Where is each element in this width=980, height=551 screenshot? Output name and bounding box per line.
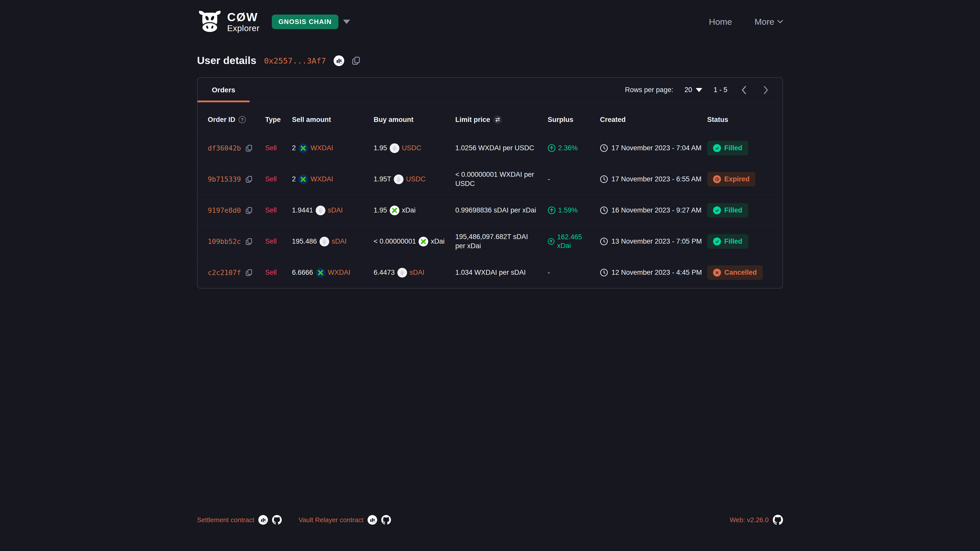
copy-icon[interactable] — [245, 176, 253, 183]
web-version-link[interactable]: Web: v2.26.0 — [730, 516, 769, 524]
sell-amount-value: 2 — [292, 175, 296, 183]
nav-more-link[interactable]: More — [755, 17, 783, 27]
brand-subtitle: Explorer — [227, 24, 259, 32]
order-type: Sell — [265, 144, 292, 152]
copy-icon[interactable] — [245, 269, 253, 276]
order-id-link[interactable]: df36042b — [208, 144, 241, 152]
status-badge: Filled — [707, 141, 748, 156]
table-row: 109bb52c Sell 195.486 sDAI < 0.00000001 … — [197, 226, 783, 257]
generic-token-icon — [320, 237, 329, 246]
cow-logo-icon — [197, 11, 223, 33]
chevron-down-icon — [777, 20, 783, 24]
github-icon[interactable] — [773, 515, 783, 525]
prev-page-icon[interactable] — [738, 84, 749, 97]
col-created: Created — [600, 116, 626, 124]
order-id-link[interactable]: 9197e8d0 — [208, 206, 241, 214]
main-nav: Home More — [709, 17, 783, 27]
status-badge: Cancelled — [707, 265, 763, 280]
sell-amount-value: 195.486 — [292, 238, 317, 245]
orders-table: Order ID ? Type Sell amount Buy amount L… — [197, 102, 783, 288]
blockscout-icon[interactable] — [368, 515, 377, 525]
top-navigation-bar: CØW Explorer GNOSIS CHAIN Home More — [0, 0, 980, 43]
blockscout-icon[interactable] — [334, 56, 344, 66]
settlement-contract-link[interactable]: Settlement contract — [197, 516, 254, 524]
rows-per-page-select[interactable]: 20 — [684, 86, 702, 94]
col-status: Status — [707, 116, 729, 124]
buy-token-link[interactable]: sDAI — [410, 268, 425, 276]
wxdai-token-icon — [298, 175, 308, 184]
buy-token-link[interactable]: USDC — [406, 175, 426, 183]
sell-token-link[interactable]: WXDAI — [310, 175, 333, 183]
tab-bar: Orders Rows per page: 20 1 - 5 — [197, 78, 783, 102]
sell-token-link[interactable]: sDAI — [332, 238, 347, 245]
col-surplus: Surplus — [548, 116, 573, 124]
sell-amount-value: 2 — [292, 144, 296, 152]
status-badge: Expired — [707, 172, 756, 186]
generic-token-icon — [394, 175, 404, 184]
surplus-value: - — [548, 268, 550, 277]
vault-relayer-contract-link[interactable]: Vault Relayer contract — [299, 516, 363, 524]
pagination-controls: Rows per page: 20 1 - 5 — [625, 78, 783, 102]
created-date: 13 November 2023 - 7:05 PM — [611, 238, 702, 245]
wxdai-token-icon — [298, 143, 308, 153]
buy-amount-value: < 0.00000001 — [374, 238, 416, 245]
clock-icon — [600, 268, 608, 276]
clock-icon — [600, 175, 608, 183]
generic-token-icon — [316, 206, 325, 215]
col-order-id: Order ID — [208, 116, 235, 124]
page-footer: Settlement contract Vault Relayer contra… — [0, 515, 980, 551]
nav-home-link[interactable]: Home — [709, 17, 732, 27]
limit-price: 0.99698836 sDAI per xDai — [455, 206, 548, 215]
clock-icon — [600, 238, 608, 245]
status-badge: Filled — [707, 203, 748, 218]
buy-amount-value: 1.95 — [374, 206, 387, 214]
clock-icon — [713, 175, 721, 183]
status-badge: Filled — [707, 234, 748, 249]
order-id-link[interactable]: 109bb52c — [208, 238, 241, 245]
col-sell-amount: Sell amount — [292, 116, 331, 124]
surplus-value: 1.59% — [558, 206, 578, 215]
table-row: 9b715339 Sell 2 WXDAI 1.95T USDC < 0.000… — [197, 164, 783, 195]
blockscout-icon[interactable] — [258, 515, 268, 525]
sell-amount-value: 1.9441 — [292, 206, 313, 214]
sell-token-link[interactable]: sDAI — [328, 206, 343, 214]
table-row: 9197e8d0 Sell 1.9441 sDAI 1.95 xDai 0.99… — [197, 195, 783, 226]
sell-token-link[interactable]: WXDAI — [310, 144, 333, 152]
table-row: c2c2107f Sell 6.6666 WXDAI 6.4473 sDAI 1… — [197, 257, 783, 288]
surplus-value: - — [548, 175, 550, 184]
check-icon — [713, 206, 721, 214]
next-page-icon[interactable] — [760, 84, 771, 97]
page-title: User details — [197, 55, 256, 67]
order-type: Sell — [265, 175, 292, 183]
buy-amount-value: 1.95 — [374, 144, 387, 152]
surplus-value: 2.36% — [558, 144, 578, 152]
buy-amount-value: 6.4473 — [374, 268, 395, 276]
cross-icon — [713, 268, 721, 276]
copy-icon[interactable] — [245, 238, 253, 245]
dropdown-caret-icon[interactable] — [343, 20, 350, 24]
tab-orders[interactable]: Orders — [197, 78, 250, 102]
copy-icon[interactable] — [245, 144, 253, 152]
cow-explorer-logo[interactable]: CØW Explorer — [197, 11, 259, 33]
help-icon[interactable]: ? — [239, 116, 246, 124]
swap-icon[interactable] — [493, 115, 502, 124]
order-id-link[interactable]: c2c2107f — [208, 268, 241, 276]
buy-token-link[interactable]: USDC — [402, 144, 422, 152]
wxdai-token-icon — [316, 268, 325, 278]
github-icon[interactable] — [272, 515, 282, 525]
github-icon[interactable] — [381, 515, 391, 525]
order-type: Sell — [265, 268, 292, 276]
table-row: df36042b Sell 2 WXDAI 1.95 USDC 1.0256 W… — [197, 132, 783, 164]
check-icon — [713, 238, 721, 245]
sell-amount-value: 6.6666 — [292, 268, 313, 276]
created-date: 12 November 2023 - 4:45 PM — [611, 268, 702, 276]
copy-icon[interactable] — [245, 206, 253, 214]
limit-price: 195,486,097.682T sDAI per xDai — [455, 232, 548, 250]
sell-token-link[interactable]: WXDAI — [328, 268, 351, 276]
network-selector-badge[interactable]: GNOSIS CHAIN — [272, 14, 339, 29]
user-address[interactable]: 0x2557...3Af7 — [264, 56, 326, 65]
copy-address-icon[interactable] — [352, 56, 361, 65]
col-buy-amount: Buy amount — [374, 116, 414, 124]
surplus-up-icon — [548, 144, 555, 152]
order-id-link[interactable]: 9b715339 — [208, 175, 241, 183]
